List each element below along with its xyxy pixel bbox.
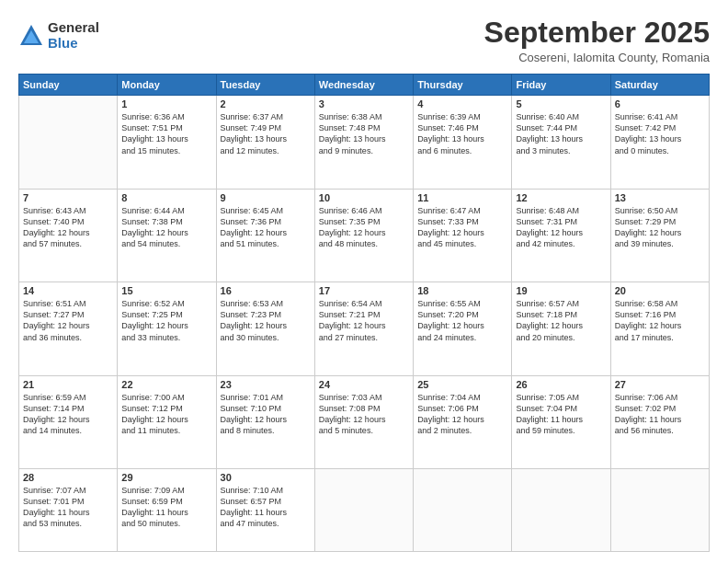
day-info-line: Sunrise: 7:05 AM — [516, 393, 579, 402]
day-info-line: Daylight: 13 hours — [121, 134, 188, 144]
day-info-line: Sunset: 7:31 PM — [516, 217, 577, 226]
day-number: 29 — [121, 472, 211, 483]
day-info: Sunrise: 7:01 AMSunset: 7:10 PMDaylight:… — [221, 392, 311, 437]
table-row — [314, 469, 413, 552]
day-info: Sunrise: 7:03 AMSunset: 7:08 PMDaylight:… — [319, 392, 409, 437]
table-row: 4Sunrise: 6:39 AMSunset: 7:46 PMDaylight… — [414, 96, 512, 189]
week-row-1: 7Sunrise: 6:43 AMSunset: 7:40 PMDaylight… — [19, 189, 710, 282]
day-info: Sunrise: 7:04 AMSunset: 7:06 PMDaylight:… — [417, 392, 507, 437]
table-row — [19, 96, 118, 189]
day-info: Sunrise: 6:41 AMSunset: 7:42 PMDaylight:… — [615, 111, 705, 156]
day-info-line: Sunset: 7:25 PM — [121, 310, 183, 319]
day-info-line: and 27 minutes. — [319, 333, 378, 342]
day-info: Sunrise: 6:47 AMSunset: 7:33 PMDaylight:… — [417, 205, 507, 250]
logo-icon — [18, 23, 44, 49]
day-info-line: Sunrise: 6:41 AM — [615, 112, 678, 121]
day-number: 1 — [121, 98, 211, 109]
day-info-line: Sunset: 7:33 PM — [417, 217, 479, 226]
calendar-table: Sunday Monday Tuesday Wednesday Thursday… — [18, 74, 710, 552]
day-info-line: Sunset: 7:46 PM — [417, 123, 479, 132]
day-info-line: Daylight: 11 hours — [23, 508, 90, 517]
day-info-line: Sunset: 6:57 PM — [221, 497, 282, 506]
day-info-line: Daylight: 12 hours — [516, 321, 583, 330]
day-info: Sunrise: 7:06 AMSunset: 7:02 PMDaylight:… — [615, 392, 705, 437]
day-info-line: Daylight: 11 hours — [121, 508, 188, 517]
col-friday: Friday — [512, 75, 610, 96]
day-info-line: Sunrise: 6:50 AM — [615, 206, 678, 215]
day-info-line: and 33 minutes. — [121, 333, 180, 342]
table-row: 25Sunrise: 7:04 AMSunset: 7:06 PMDayligh… — [414, 375, 512, 468]
day-info-line: and 5 minutes. — [319, 426, 373, 435]
subtitle: Cosereni, Ialomita County, Romania — [484, 51, 710, 64]
day-info-line: and 6 minutes. — [417, 146, 472, 155]
table-row: 15Sunrise: 6:52 AMSunset: 7:25 PMDayligh… — [118, 282, 216, 375]
day-info-line: Daylight: 12 hours — [615, 228, 682, 237]
day-number: 19 — [516, 285, 606, 296]
day-info-line: Sunset: 7:20 PM — [417, 310, 479, 319]
day-info-line: and 12 minutes. — [221, 146, 279, 155]
day-info-line: Sunset: 7:36 PM — [221, 217, 282, 226]
day-info-line: and 2 minutes. — [417, 426, 472, 435]
day-info: Sunrise: 6:51 AMSunset: 7:27 PMDaylight:… — [23, 298, 113, 343]
day-info-line: Sunset: 7:44 PM — [516, 123, 577, 132]
day-info: Sunrise: 6:50 AMSunset: 7:29 PMDaylight:… — [615, 205, 705, 250]
day-info-line: Sunset: 7:35 PM — [319, 217, 381, 226]
logo-general-text: General — [48, 20, 99, 36]
day-info-line: and 39 minutes. — [615, 239, 674, 248]
table-row: 17Sunrise: 6:54 AMSunset: 7:21 PMDayligh… — [314, 282, 413, 375]
day-info-line: and 48 minutes. — [319, 239, 378, 248]
day-info-line: Daylight: 12 hours — [319, 321, 386, 330]
table-row: 1Sunrise: 6:36 AMSunset: 7:51 PMDaylight… — [118, 96, 216, 189]
day-info-line: Sunset: 7:16 PM — [615, 310, 677, 319]
table-row: 26Sunrise: 7:05 AMSunset: 7:04 PMDayligh… — [512, 375, 610, 468]
day-info-line: Daylight: 12 hours — [23, 415, 90, 424]
day-info-line: Sunrise: 6:53 AM — [221, 299, 284, 308]
col-sunday: Sunday — [19, 75, 118, 96]
day-info-line: Daylight: 12 hours — [121, 321, 188, 330]
day-info-line: Daylight: 12 hours — [417, 321, 484, 330]
day-info-line: Sunset: 7:29 PM — [615, 217, 677, 226]
day-info-line: Sunrise: 7:03 AM — [319, 393, 382, 402]
day-info-line: Daylight: 12 hours — [221, 228, 288, 237]
day-info-line: and 54 minutes. — [121, 239, 180, 248]
day-info-line: Daylight: 13 hours — [615, 134, 682, 144]
day-info-line: Sunrise: 7:00 AM — [121, 393, 185, 402]
table-row — [512, 469, 610, 552]
day-info: Sunrise: 6:52 AMSunset: 7:25 PMDaylight:… — [121, 298, 211, 343]
day-number: 15 — [121, 285, 211, 296]
day-info: Sunrise: 6:54 AMSunset: 7:21 PMDaylight:… — [319, 298, 409, 343]
day-info-line: and 53 minutes. — [23, 519, 82, 528]
week-row-3: 21Sunrise: 6:59 AMSunset: 7:14 PMDayligh… — [19, 375, 710, 468]
day-info: Sunrise: 7:05 AMSunset: 7:04 PMDaylight:… — [516, 392, 606, 437]
day-info-line: Sunrise: 6:55 AM — [417, 299, 481, 308]
day-info: Sunrise: 6:37 AMSunset: 7:49 PMDaylight:… — [221, 111, 311, 156]
day-info-line: and 11 minutes. — [121, 426, 180, 435]
day-info-line: Daylight: 12 hours — [23, 228, 90, 237]
col-monday: Monday — [118, 75, 216, 96]
day-info-line: Sunrise: 6:57 AM — [516, 299, 579, 308]
col-thursday: Thursday — [414, 75, 512, 96]
day-info-line: Sunrise: 7:09 AM — [121, 486, 185, 495]
day-info-line: Sunrise: 7:01 AM — [221, 393, 284, 402]
title-block: September 2025 Cosereni, Ialomita County… — [484, 17, 710, 64]
day-info-line: Sunset: 7:48 PM — [319, 123, 381, 132]
table-row: 19Sunrise: 6:57 AMSunset: 7:18 PMDayligh… — [512, 282, 610, 375]
day-info-line: and 9 minutes. — [319, 146, 373, 155]
month-title: September 2025 — [484, 17, 710, 49]
day-info-line: Daylight: 13 hours — [319, 134, 386, 144]
day-info-line: Daylight: 13 hours — [516, 134, 583, 144]
table-row: 27Sunrise: 7:06 AMSunset: 7:02 PMDayligh… — [610, 375, 709, 468]
day-info-line: Sunrise: 6:37 AM — [221, 112, 284, 121]
day-number: 2 — [221, 98, 311, 109]
day-info: Sunrise: 7:10 AMSunset: 6:57 PMDaylight:… — [221, 485, 311, 530]
day-info-line: Sunset: 7:40 PM — [23, 217, 85, 226]
day-info-line: and 36 minutes. — [23, 333, 82, 342]
day-info: Sunrise: 6:38 AMSunset: 7:48 PMDaylight:… — [319, 111, 409, 156]
day-info-line: Sunrise: 6:47 AM — [417, 206, 481, 215]
day-info-line: Sunrise: 6:38 AM — [319, 112, 382, 121]
day-info-line: and 8 minutes. — [221, 426, 275, 435]
table-row: 7Sunrise: 6:43 AMSunset: 7:40 PMDaylight… — [19, 189, 118, 282]
day-info-line: and 3 minutes. — [516, 146, 570, 155]
table-row: 23Sunrise: 7:01 AMSunset: 7:10 PMDayligh… — [216, 375, 314, 468]
day-info-line: Sunset: 6:59 PM — [121, 497, 183, 506]
